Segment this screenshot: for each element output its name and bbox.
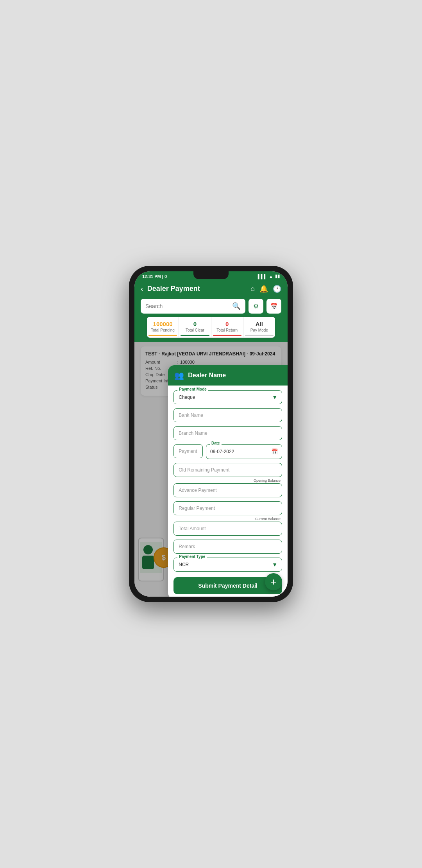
advance-payment-field xyxy=(173,483,282,497)
advance-payment-input[interactable] xyxy=(173,483,282,497)
search-icon[interactable]: 🔍 xyxy=(232,302,241,310)
stat-return-label: Total Return xyxy=(213,328,241,332)
stat-pending-label: Total Pending xyxy=(148,328,177,332)
bell-icon[interactable]: 🔔 xyxy=(259,285,268,293)
dealer-icon: 👥 xyxy=(174,371,184,380)
current-balance-label: Current Balance xyxy=(255,517,281,521)
old-remaining-input[interactable] xyxy=(173,463,282,477)
date-label: Date xyxy=(210,441,222,445)
modal-body: Payment Mode Cheque Cash NEFT RTGS UPI ▼ xyxy=(168,386,288,597)
date-input[interactable] xyxy=(210,449,269,454)
stat-clear-value: 0 xyxy=(181,321,209,327)
calendar-icon: 📅 xyxy=(270,303,278,310)
bank-name-input[interactable] xyxy=(173,408,282,422)
page-title: Dealer Payment xyxy=(147,285,247,293)
filter-icon: ⚙ xyxy=(253,303,259,310)
date-field: Date 📅 xyxy=(206,444,282,459)
dealer-payment-modal: 👥 Dealer Name Payment Mode Cheque Cash N… xyxy=(168,365,288,597)
back-button[interactable]: ‹ xyxy=(141,284,143,293)
remark-input[interactable] xyxy=(173,540,282,554)
stat-return-value: 0 xyxy=(213,321,241,327)
total-amount-field xyxy=(173,522,282,536)
stat-total-pending: 100000 Total Pending xyxy=(147,317,179,337)
search-box: 🔍 xyxy=(141,299,245,314)
payment-type-label: Payment Type xyxy=(177,554,207,559)
fab-add-button[interactable]: + xyxy=(265,573,282,590)
remark-field xyxy=(173,540,282,554)
status-icons: ▌▌▌ ▲ ▮▮ xyxy=(258,274,280,279)
search-input[interactable] xyxy=(145,303,229,309)
payment-mode-select[interactable]: Cheque Cash NEFT RTGS UPI xyxy=(173,390,282,404)
calendar-button[interactable]: 📅 xyxy=(266,299,281,314)
payment-ref-input[interactable] xyxy=(173,444,203,458)
status-time: 12:31 PM | 0 xyxy=(142,274,167,279)
stat-total-clear: 0 Total Clear xyxy=(179,317,211,337)
home-icon[interactable]: ⌂ xyxy=(250,285,255,293)
payment-type-field: Payment Type NCR CR DR ▼ xyxy=(173,558,282,572)
bank-name-field xyxy=(173,408,282,422)
opening-balance-label: Opening Balance xyxy=(254,479,281,482)
payment-mode-label: Payment Mode xyxy=(177,387,208,391)
payment-mode-select-wrapper: Cheque Cash NEFT RTGS UPI ▼ xyxy=(173,390,282,404)
stat-mode-label: Pay Mode xyxy=(245,328,274,332)
ref-date-row: Date 📅 xyxy=(173,444,282,459)
old-remaining-field: Opening Balance xyxy=(173,463,282,477)
stat-clear-label: Total Clear xyxy=(181,328,209,332)
clock-icon[interactable]: 🕐 xyxy=(273,285,281,293)
payment-mode-field: Payment Mode Cheque Cash NEFT RTGS UPI ▼ xyxy=(173,390,282,404)
payment-type-select-wrapper: NCR CR DR ▼ xyxy=(173,558,282,572)
stat-mode-value: All xyxy=(245,321,274,327)
modal-title: Dealer Name xyxy=(188,372,226,379)
filter-button[interactable]: ⚙ xyxy=(249,299,263,314)
total-amount-input[interactable] xyxy=(173,522,282,536)
stat-total-return: 0 Total Return xyxy=(211,317,243,337)
stats-bar: 100000 Total Pending 0 Total Clear 0 Tot… xyxy=(147,317,275,338)
search-section: 🔍 ⚙ 📅 xyxy=(134,299,288,319)
branch-name-field xyxy=(173,426,282,440)
branch-name-input[interactable] xyxy=(173,426,282,440)
payment-ref-field xyxy=(173,444,203,459)
stat-pending-value: 100000 xyxy=(148,321,177,327)
modal-header: 👥 Dealer Name xyxy=(168,365,288,386)
content-area: TEST - Rajkot [VEGDA URVI JITENDRABHAI] … xyxy=(134,342,288,597)
payment-type-select[interactable]: NCR CR DR xyxy=(173,558,282,572)
app-header: ‹ Dealer Payment ⌂ 🔔 🕐 xyxy=(134,280,288,299)
regular-payment-field: Current Balance xyxy=(173,501,282,515)
calendar-small-icon[interactable]: 📅 xyxy=(271,448,278,455)
plus-icon: + xyxy=(270,576,276,588)
regular-payment-input[interactable] xyxy=(173,501,282,515)
stat-pay-mode[interactable]: All Pay Mode xyxy=(243,317,275,337)
